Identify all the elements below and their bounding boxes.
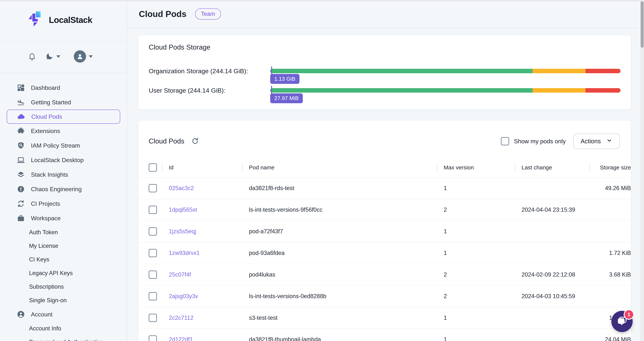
pod-id-link[interactable]: 1dpql565xt xyxy=(169,206,197,213)
pod-name: da3821f8-rds-test xyxy=(242,185,437,192)
show-my-pods-checkbox[interactable] xyxy=(501,137,509,145)
refresh-button[interactable] xyxy=(191,137,199,146)
theme-toggle-button[interactable] xyxy=(46,52,60,61)
sidebar-icon-bar xyxy=(0,40,127,73)
notifications-button[interactable] xyxy=(28,52,36,61)
sidebar-item-single-sign-on[interactable]: Single Sign-on xyxy=(0,294,127,307)
chevron-down-icon xyxy=(606,138,612,145)
bar-segment-green xyxy=(270,69,532,73)
chat-widget-button[interactable]: 1 xyxy=(612,311,633,332)
pod-id-link[interactable]: 1zw93drvx1 xyxy=(169,250,200,256)
column-header-last-change: Last change xyxy=(515,163,590,172)
pod-id-link[interactable]: 025ac3c2 xyxy=(169,185,194,192)
pod-max-version: 2 xyxy=(437,206,515,213)
sidebar-item-label: Dashboard xyxy=(31,84,60,91)
sidebar-item-label: Auth Token xyxy=(29,229,58,236)
select-all-checkbox[interactable] xyxy=(149,164,157,172)
alert-octagon-icon xyxy=(16,185,25,194)
pod-id-link[interactable]: 2ajsg03y3v xyxy=(169,293,198,300)
bar-segment-amber xyxy=(532,88,586,92)
briefcase-icon xyxy=(16,214,25,223)
table-row: 2c2c7112 s3-test-test 1 1.81 KiB xyxy=(138,307,631,329)
sidebar-item-label: Stack Insights xyxy=(31,171,68,178)
column-header-max-version: Max version xyxy=(437,163,515,172)
actions-button[interactable]: Actions xyxy=(573,134,620,149)
sidebar-item-label: Subscriptions xyxy=(29,284,64,290)
organization-storage-row: Organization Storage (244.14 GiB): 1.13 … xyxy=(149,67,620,75)
user-storage-bar: 27.97 MiB xyxy=(270,88,620,92)
laptop-icon xyxy=(16,156,25,164)
table-header-row: Id Pod name Max version Last change Stor… xyxy=(138,158,631,178)
person-circle-icon xyxy=(16,310,25,319)
row-checkbox[interactable] xyxy=(149,184,157,192)
sidebar-item-my-license[interactable]: My License xyxy=(0,239,127,253)
account-menu-button[interactable] xyxy=(74,50,93,62)
pod-name: ls-int-tests-versions-0ed8288b xyxy=(242,293,437,300)
window-top-edge xyxy=(0,0,644,2)
sidebar-item-legacy-api-keys[interactable]: Legacy API Keys xyxy=(0,266,127,280)
pod-storage-size: 1.72 KiB xyxy=(590,250,631,256)
sidebar-item-extensions[interactable]: Extensions xyxy=(0,124,127,138)
sidebar-item-iam-policy-stream[interactable]: IAM Policy Stream xyxy=(0,138,127,153)
pods-table: Id Pod name Max version Last change Stor… xyxy=(138,158,631,341)
pod-id-link[interactable]: 2c2c7112 xyxy=(169,314,194,321)
sidebar-item-localstack-desktop[interactable]: LocalStack Desktop xyxy=(0,153,127,167)
table-row: 1zw93drvx1 pod-93a6fdea 1 1.72 KiB xyxy=(138,242,631,264)
sidebar-item-chaos-engineering[interactable]: Chaos Engineering xyxy=(0,182,127,196)
sidebar-item-label: Getting Started xyxy=(31,99,71,106)
content-area: Cloud Pods Storage Organization Storage … xyxy=(127,28,644,341)
sidebar-item-account-info[interactable]: Account Info xyxy=(0,322,127,335)
sidebar-item-subscriptions[interactable]: Subscriptions xyxy=(0,280,127,294)
scrollbar-thumb[interactable] xyxy=(641,1,644,48)
sidebar-item-dashboard[interactable]: Dashboard xyxy=(0,80,127,95)
sidebar-item-account[interactable]: Account xyxy=(0,307,127,322)
sidebar-item-getting-started[interactable]: Getting Started xyxy=(0,95,127,110)
pod-id-link[interactable]: 1jzs5s5eqj xyxy=(169,228,196,235)
sidebar: LocalStack xyxy=(0,0,127,341)
pod-id-link[interactable]: 25c07f4f xyxy=(169,271,191,278)
bar-segment-amber xyxy=(532,69,586,73)
pod-storage-size: 49.26 MiB xyxy=(590,185,631,192)
sidebar-item-password-and-authentication[interactable]: Password and Authentication xyxy=(0,335,127,341)
row-checkbox[interactable] xyxy=(149,227,157,236)
row-checkbox[interactable] xyxy=(149,270,157,279)
pod-storage-size: 24.04 MiB xyxy=(590,336,631,341)
sidebar-item-label: Chaos Engineering xyxy=(31,186,82,193)
pod-last-change: 2024-02-09 22:12:08 xyxy=(515,271,590,278)
organization-storage-bar: 1.13 GiB xyxy=(270,69,620,73)
avatar xyxy=(74,50,86,62)
bar-segment-red xyxy=(586,69,620,73)
sidebar-item-ci-projects[interactable]: CI Projects xyxy=(0,196,127,211)
bar-segment-red xyxy=(586,88,620,92)
moon-icon xyxy=(46,52,54,61)
user-storage-label: User Storage (244.14 GiB): xyxy=(149,87,270,94)
row-checkbox[interactable] xyxy=(149,249,157,257)
cloud-pods-card: Cloud Pods Show my pods only Actions xyxy=(138,120,631,341)
logo-text: LocalStack xyxy=(49,15,92,25)
sidebar-item-cloud-pods[interactable]: Cloud Pods xyxy=(7,110,120,124)
logo[interactable]: LocalStack xyxy=(0,0,127,40)
scrollbar-track[interactable] xyxy=(640,0,644,341)
caret-down-icon xyxy=(89,55,93,58)
shield-search-icon xyxy=(16,141,25,150)
sidebar-item-label: Legacy API Keys xyxy=(29,270,73,276)
sidebar-item-label: CI Projects xyxy=(31,200,60,207)
sidebar-item-auth-token[interactable]: Auth Token xyxy=(0,226,127,239)
pod-name: da3821f8-thumbnail-lambda xyxy=(242,336,437,341)
table-row: 025ac3c2 da3821f8-rds-test 1 49.26 MiB xyxy=(138,178,631,199)
sidebar-item-label: IAM Policy Stream xyxy=(31,142,80,149)
sidebar-item-stack-insights[interactable]: Stack Insights xyxy=(0,167,127,182)
user-usage-badge: 27.97 MiB xyxy=(270,93,303,103)
sidebar-item-label: Account xyxy=(31,311,52,318)
row-checkbox[interactable] xyxy=(149,314,157,322)
localstack-logo-icon xyxy=(28,10,44,29)
row-checkbox[interactable] xyxy=(149,336,157,341)
pod-id-link[interactable]: 2d122df1 xyxy=(169,336,193,341)
sidebar-item-workspace[interactable]: Workspace xyxy=(0,211,127,226)
column-header-pod-name: Pod name xyxy=(242,163,437,172)
row-checkbox[interactable] xyxy=(149,292,157,300)
row-checkbox[interactable] xyxy=(149,206,157,214)
pod-storage-size: 3.68 KiB xyxy=(590,271,631,278)
bell-icon xyxy=(28,52,36,61)
sidebar-item-ci-keys[interactable]: CI Keys xyxy=(0,253,127,266)
